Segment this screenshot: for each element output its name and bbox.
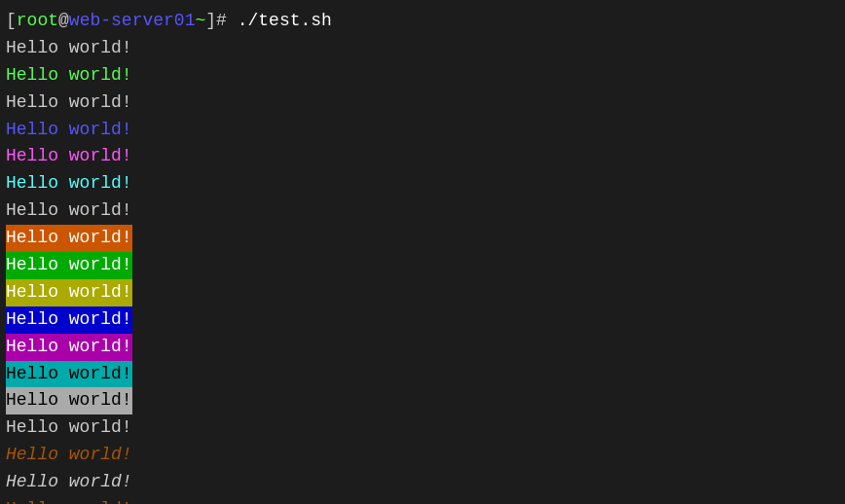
output-line-13: Hello world! [6, 361, 839, 388]
output-line-3: Hello world! [6, 90, 839, 117]
output-line-8: Hello world! [6, 225, 839, 252]
output-line-9: Hello world! [6, 252, 839, 279]
prompt-line: [root@web-server01~]# ./test.sh [6, 8, 839, 35]
bracket-open: [ [6, 11, 17, 30]
output-line-5: Hello world! [6, 143, 839, 170]
terminal: [root@web-server01~]# ./test.sh Hello wo… [0, 0, 845, 504]
output-line-12: Hello world! [6, 334, 839, 361]
output-line-14: Hello world! [6, 387, 839, 414]
output-line-16: Hello world! [6, 442, 839, 469]
bracket-close: ] [205, 11, 216, 30]
output-line-15: Hello world! [6, 414, 839, 442]
prompt-user: root [17, 11, 58, 30]
output-line-4: Hello world! [6, 117, 839, 144]
prompt-at: @ [58, 11, 69, 30]
output-line-7: Hello world! [6, 198, 839, 225]
output-line-18: Hello world! [6, 496, 839, 504]
prompt-hash: # [216, 11, 227, 30]
prompt-cmd: ./test.sh [227, 11, 332, 30]
output-line-17: Hello world! [6, 469, 839, 496]
prompt-path: ~ [195, 11, 205, 30]
output-line-10: Hello world! [6, 279, 839, 306]
output-line-2: Hello world! [6, 62, 839, 90]
output-line-11: Hello world! [6, 306, 839, 334]
output-line-6: Hello world! [6, 170, 839, 198]
output-line-1: Hello world! [6, 35, 839, 62]
prompt-host: web-server01 [69, 11, 196, 30]
